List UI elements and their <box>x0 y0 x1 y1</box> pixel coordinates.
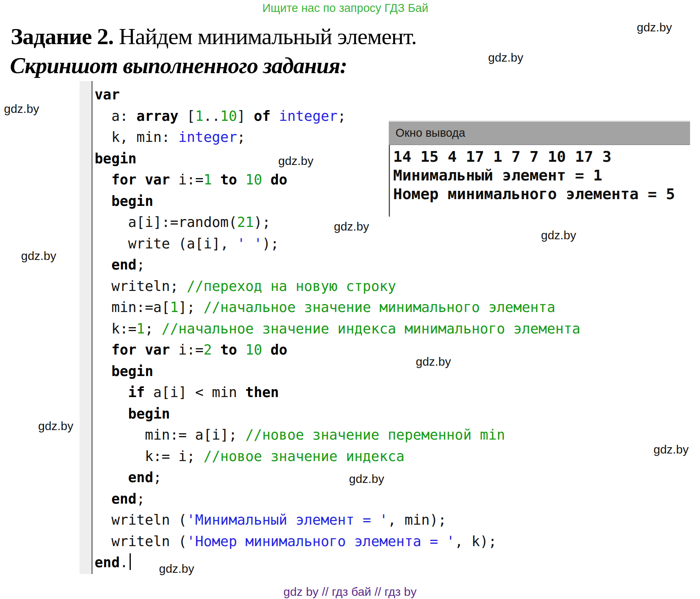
code-token: i:= <box>170 172 204 188</box>
code-token: , k); <box>455 533 496 549</box>
comment-token: //новое значение переменной min <box>245 427 505 443</box>
code-token <box>237 172 245 188</box>
keyword-token: then <box>245 384 279 400</box>
code-token: ); <box>262 236 279 252</box>
task-title: Задание 2. Найдем минимальный элемент. <box>11 23 417 50</box>
code-token <box>136 342 145 358</box>
comment-token: //начальное значение минимального элемен… <box>204 299 555 315</box>
code-token: writeln; <box>95 278 187 294</box>
comment-token: //переход на новую строку <box>187 278 396 294</box>
code-token: write (a[i], <box>95 236 237 252</box>
code-token <box>262 172 271 188</box>
code-token: k:= i; <box>95 448 204 464</box>
code-token: min:=a[ <box>95 299 170 315</box>
gdz-watermark: gdz.by <box>278 154 313 168</box>
code-line: writeln; //переход на новую строку <box>95 276 580 297</box>
code-token <box>95 406 128 422</box>
code-token: ; <box>237 129 245 145</box>
number-token: 1 <box>195 108 204 124</box>
keyword-token: of <box>254 108 270 124</box>
code-line: end; <box>95 489 580 510</box>
output-window-content: 14 15 4 17 1 7 7 10 17 3Минимальный элем… <box>389 145 690 217</box>
number-token: 21 <box>237 214 254 230</box>
promo-banner: Ищите нас по запросу ГДЗ Бай <box>262 2 428 15</box>
code-token <box>262 342 271 358</box>
code-token: ; <box>153 469 162 485</box>
code-token <box>95 469 128 485</box>
gdz-watermark: gdz.by <box>21 249 56 263</box>
number-token: 10 <box>245 342 262 358</box>
code-token <box>212 172 220 188</box>
page: Ищите нас по запросу ГДЗ Бай Задание 2. … <box>0 0 700 599</box>
code-line: min:= a[i]; //новое значение переменной … <box>95 425 580 446</box>
keyword-token: end <box>111 491 136 507</box>
gdz-watermark: gdz.by <box>334 220 369 233</box>
keyword-token: begin <box>111 193 153 209</box>
code-token: ]; <box>178 299 204 315</box>
code-line: k:= i; //новое значение индекса <box>95 446 580 467</box>
gdz-watermark: gdz.by <box>159 562 194 576</box>
code-token: ] <box>237 108 254 124</box>
code-line: for var i:=2 to 10 do <box>95 339 580 361</box>
keyword-token: to <box>220 342 237 358</box>
output-line: 14 15 4 17 1 7 7 10 17 3 <box>393 147 690 166</box>
code-token <box>95 257 111 273</box>
code-line: end; <box>95 467 580 489</box>
screenshot-caption: Скриншот выполненного задания: <box>10 52 347 78</box>
code-token: [ <box>178 108 195 124</box>
code-line: write (a[i], ' '); <box>95 233 580 255</box>
code-line: end; <box>95 254 580 276</box>
output-window-titlebar: Окно вывода <box>389 120 690 145</box>
number-token: 1 <box>204 172 212 188</box>
string-token: 'Номер минимального элемента = ' <box>187 533 455 549</box>
keyword-token: to <box>220 172 237 188</box>
footer-watermark: gdz by // гдз бай // гдз by <box>0 585 700 599</box>
keyword-token: for <box>111 172 136 188</box>
gdz-watermark: gdz.by <box>637 21 672 34</box>
keyword-token: begin <box>111 363 153 379</box>
gdz-watermark: gdz.by <box>349 472 384 486</box>
code-token: ; <box>136 491 145 507</box>
gdz-watermark: gdz.by <box>4 102 39 116</box>
keyword-token: end <box>111 257 136 273</box>
code-token: k, min: <box>95 129 178 145</box>
keyword-token: var <box>145 342 170 358</box>
code-line: k:=1; //начальное значение индекса миним… <box>95 318 580 340</box>
number-token: 1 <box>136 321 145 337</box>
string-token: 'Минимальный элемент = ' <box>187 512 388 528</box>
keyword-token: var <box>95 87 120 103</box>
code-line: var <box>95 84 580 106</box>
code-token: a: <box>95 108 136 124</box>
code-line: if a[i] < min then <box>95 382 580 403</box>
type-token: integer <box>178 129 237 145</box>
number-token: 10 <box>245 172 262 188</box>
comment-token: //начальное значение индекса минимальног… <box>162 321 581 337</box>
keyword-token: begin <box>128 406 170 422</box>
code-token <box>95 193 111 209</box>
keyword-token: do <box>271 172 287 188</box>
code-token: a[i]:=random( <box>95 214 237 230</box>
task-title-text: Найдем минимальный элемент. <box>114 23 417 49</box>
code-token <box>95 491 111 507</box>
code-token: ); <box>254 214 270 230</box>
gdz-watermark: gdz.by <box>488 51 523 64</box>
number-token: 1 <box>170 299 178 315</box>
code-token <box>95 384 128 400</box>
output-window-title: Окно вывода <box>396 126 465 140</box>
code-line: begin <box>95 403 580 425</box>
code-line: begin <box>95 361 580 382</box>
gdz-watermark: gdz.by <box>541 229 576 242</box>
gdz-watermark: gdz.by <box>416 355 451 368</box>
code-token: writeln ( <box>95 533 187 549</box>
code-token: a[i] < min <box>145 384 245 400</box>
code-token <box>95 172 111 188</box>
keyword-token: end <box>128 469 153 485</box>
keyword-token: end <box>95 554 120 570</box>
text-caret <box>130 553 131 570</box>
output-line: Минимальный элемент = 1 <box>393 166 690 185</box>
keyword-token: for <box>111 342 136 358</box>
code-token <box>212 342 220 358</box>
output-line: Номер минимального элемента = 5 <box>393 185 690 204</box>
keyword-token: var <box>145 172 170 188</box>
comment-token: //новое значение индекса <box>204 448 405 464</box>
